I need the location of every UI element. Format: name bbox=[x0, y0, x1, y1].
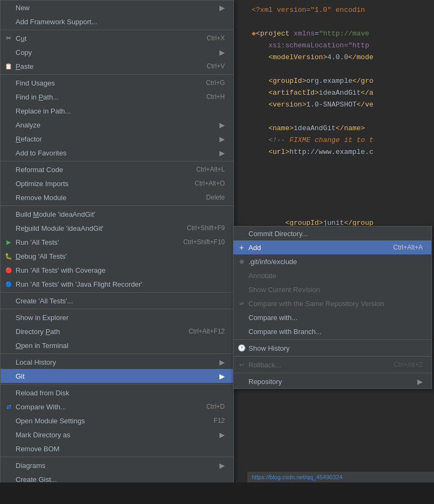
menu-item-debug-label: Debug 'All Tests' bbox=[16, 252, 225, 260]
compare-icon: ⇄ bbox=[4, 403, 13, 410]
compare-repo-icon: ⇄ bbox=[237, 301, 246, 307]
menu-item-create-all-tests[interactable]: Create 'All Tests'... bbox=[1, 294, 233, 308]
menu-item-find-in-path[interactable]: Find in Path... Ctrl+H bbox=[1, 90, 233, 104]
menu-item-open-module-settings[interactable]: Open Module Settings F12 bbox=[1, 414, 233, 428]
menu-item-add-to-favorites[interactable]: Add to Favorites ▶ bbox=[1, 146, 233, 160]
optimize-shortcut: Ctrl+Alt+O bbox=[184, 180, 225, 187]
menu-item-replace-in-path[interactable]: Replace in Path... bbox=[1, 104, 233, 118]
submenu-commit-directory[interactable]: Commit Directory... bbox=[233, 226, 431, 240]
menu-item-cut[interactable]: ✂ Cut Ctrl+X bbox=[1, 31, 233, 45]
menu-item-analyze[interactable]: Analyze ▶ bbox=[1, 118, 233, 132]
xml-line-blank6 bbox=[250, 182, 432, 194]
submenu-git-info-exclude[interactable]: ⊕ .git/info/exclude bbox=[233, 254, 431, 268]
xml-line-4: xsi:schemaLocation="http bbox=[250, 40, 432, 52]
find-usages-shortcut: Ctrl+G bbox=[195, 79, 225, 87]
rollback-icon: ↩ bbox=[237, 361, 246, 368]
xml-line-blank1 bbox=[250, 16, 432, 28]
submenu-compare-with-label: Compare with... bbox=[248, 314, 423, 322]
separator-2 bbox=[1, 74, 233, 75]
context-menu-left: New ▶ Add Framework Support... ✂ Cut Ctr… bbox=[0, 0, 234, 504]
recorder-icon: 🔵 bbox=[4, 281, 13, 287]
menu-item-run-label: Run 'All Tests' bbox=[16, 238, 173, 246]
menu-item-directory-path[interactable]: Directory Path Ctrl+Alt+F12 bbox=[1, 324, 233, 338]
menu-item-git-label: Git bbox=[16, 372, 219, 380]
menu-item-run-with-coverage[interactable]: 🔴 Run 'All Tests' with Coverage bbox=[1, 263, 233, 277]
separator-1 bbox=[1, 30, 233, 30]
menu-item-diagrams[interactable]: Diagrams ▶ bbox=[1, 458, 233, 472]
menu-item-run-all-tests[interactable]: ▶ Run 'All Tests' Ctrl+Shift+F10 bbox=[1, 235, 233, 249]
menu-item-cut-label: Cut bbox=[16, 34, 196, 42]
submenu-show-current-revision[interactable]: Show Current Revision bbox=[233, 282, 431, 296]
xml-line-9: <version>1.0-SNAPSHOT</ve bbox=[250, 99, 432, 111]
xml-line-8: <artifactId>ideaAndGit</a bbox=[250, 87, 432, 99]
status-bar: https://blog.csdn.net/qq_45490324 bbox=[247, 472, 434, 482]
menu-item-build-module[interactable]: Build Module 'ideaAndGit' bbox=[1, 207, 233, 221]
menu-item-open-in-terminal[interactable]: Open in Terminal bbox=[1, 338, 233, 352]
reformat-shortcut: Ctrl+Alt+L bbox=[186, 166, 225, 173]
menu-item-build-label: Build Module 'ideaAndGit' bbox=[16, 210, 225, 218]
menu-item-paste[interactable]: 📋 Paste Ctrl+V bbox=[1, 59, 233, 73]
compare-shortcut: Ctrl+D bbox=[196, 403, 225, 410]
submenu-compare-same-repo[interactable]: ⇄ Compare with the Same Repository Versi… bbox=[233, 296, 431, 310]
add-to-favorites-arrow: ▶ bbox=[219, 149, 225, 157]
menu-item-local-history-label: Local History bbox=[16, 358, 219, 366]
menu-item-dir-path-label: Directory Path bbox=[16, 328, 178, 336]
history-clock-icon: 🕐 bbox=[237, 344, 246, 352]
menu-item-settings-label: Open Module Settings bbox=[16, 417, 203, 425]
menu-item-remove-module-label: Remove Module bbox=[16, 194, 195, 202]
menu-item-add-to-favorites-label: Add to Favorites bbox=[16, 149, 219, 157]
menu-item-reformat-code[interactable]: Reformat Code Ctrl+Alt+L bbox=[1, 162, 233, 176]
menu-item-local-history[interactable]: Local History ▶ bbox=[1, 355, 233, 369]
menu-item-debug-all-tests[interactable]: 🐛 Debug 'All Tests' bbox=[1, 249, 233, 263]
paste-icon: 📋 bbox=[4, 63, 13, 70]
menu-item-run-with-recorder[interactable]: 🔵 Run 'All Tests' with 'Java Flight Reco… bbox=[1, 277, 233, 291]
context-menu-right-git: Commit Directory... + Add Ctrl+Alt+A ⊕ .… bbox=[233, 226, 432, 389]
paste-shortcut: Ctrl+V bbox=[196, 62, 225, 70]
menu-item-add-framework[interactable]: Add Framework Support... bbox=[1, 15, 233, 29]
submenu-rollback-label: Rollback... bbox=[248, 361, 383, 369]
find-in-path-shortcut: Ctrl+H bbox=[196, 93, 225, 101]
submenu-show-history[interactable]: 🕐 Show History bbox=[233, 341, 431, 355]
add-icon: + bbox=[237, 243, 246, 252]
menu-item-reload-from-disk[interactable]: Reload from Disk bbox=[1, 386, 233, 400]
menu-item-refactor-label: Refactor bbox=[16, 135, 219, 143]
menu-item-coverage-label: Run 'All Tests' with Coverage bbox=[16, 266, 225, 274]
cut-shortcut: Ctrl+X bbox=[196, 34, 225, 42]
menu-item-remove-module[interactable]: Remove Module Delete bbox=[1, 190, 233, 204]
xml-line-12: <!-- FIXME change it to t bbox=[250, 134, 432, 146]
xml-line-blank5 bbox=[250, 170, 432, 182]
refactor-arrow: ▶ bbox=[219, 135, 225, 143]
menu-item-reformat-label: Reformat Code bbox=[16, 166, 186, 174]
xml-line-3: ◆<project xmlns="http://mave bbox=[250, 28, 432, 40]
add-shortcut: Ctrl+Alt+A bbox=[382, 244, 423, 251]
xml-line-13: <url>http://www.example.c bbox=[250, 146, 432, 158]
menu-item-refactor[interactable]: Refactor ▶ bbox=[1, 132, 233, 146]
debug-icon: 🐛 bbox=[4, 253, 13, 260]
submenu-compare-repo-label: Compare with the Same Repository Version bbox=[248, 300, 423, 308]
submenu-compare-with[interactable]: Compare with... bbox=[233, 310, 431, 324]
submenu-compare-with-branch[interactable]: Compare with Branch... bbox=[233, 324, 431, 338]
menu-item-rebuild-module[interactable]: Rebuild Module 'ideaAndGit' Ctrl+Shift+F… bbox=[1, 221, 233, 235]
submenu-add-label: Add bbox=[248, 244, 382, 252]
menu-item-copy[interactable]: Copy ▶ bbox=[1, 45, 233, 59]
menu-item-new-label: New bbox=[16, 4, 219, 12]
menu-item-compare-with[interactable]: ⇄ Compare With... Ctrl+D bbox=[1, 400, 233, 414]
menu-item-mark-directory-as[interactable]: Mark Directory as ▶ bbox=[1, 428, 233, 442]
submenu-add[interactable]: + Add Ctrl+Alt+A bbox=[233, 240, 431, 254]
menu-item-replace-in-path-label: Replace in Path... bbox=[16, 107, 225, 115]
menu-item-new[interactable]: New ▶ bbox=[1, 1, 233, 15]
menu-item-find-usages[interactable]: Find Usages Ctrl+G bbox=[1, 76, 233, 90]
submenu-rollback[interactable]: ↩ Rollback... Ctrl+Alt+Z bbox=[233, 358, 431, 372]
menu-item-remove-bom[interactable]: Remove BOM bbox=[1, 442, 233, 456]
submenu-annotate[interactable]: Annotate bbox=[233, 268, 431, 282]
submenu-annotate-label: Annotate bbox=[248, 272, 423, 280]
submenu-compare-branch-label: Compare with Branch... bbox=[248, 328, 423, 336]
coverage-icon: 🔴 bbox=[4, 267, 13, 273]
submenu-repository[interactable]: Repository ▶ bbox=[233, 374, 431, 388]
menu-item-add-framework-label: Add Framework Support... bbox=[16, 18, 225, 26]
separator-4 bbox=[1, 205, 233, 206]
menu-item-optimize-imports[interactable]: Optimize Imports Ctrl+Alt+O bbox=[1, 176, 233, 190]
menu-item-git[interactable]: Git ▶ bbox=[1, 369, 233, 383]
menu-item-show-in-explorer[interactable]: Show in Explorer bbox=[1, 310, 233, 324]
xml-line-7: <groupId>org.example</gro bbox=[250, 75, 432, 87]
